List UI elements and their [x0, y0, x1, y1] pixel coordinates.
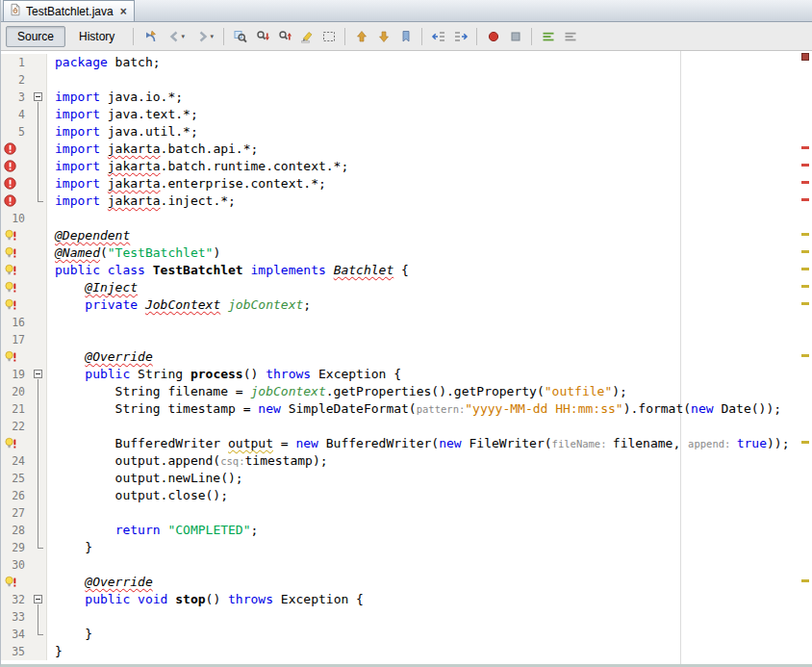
fold-collapse-icon[interactable] [34, 92, 42, 101]
code-content[interactable]: BufferedWriter output = new BufferedWrit… [47, 435, 812, 452]
code-line[interactable]: import jakarta.batch.runtime.context.*; [1, 158, 812, 175]
find-previous-occurrence-button[interactable] [273, 26, 295, 47]
fold-marker[interactable] [30, 89, 47, 106]
code-content[interactable]: @Override [47, 574, 812, 591]
code-line[interactable]: 22 [1, 418, 812, 435]
warning-stripe-mark[interactable] [801, 579, 809, 582]
code-line[interactable]: 17 [1, 331, 812, 348]
code-line[interactable]: 2 [1, 71, 812, 89]
shift-line-right-button[interactable] [449, 26, 471, 47]
warning-stripe-mark[interactable] [801, 233, 809, 236]
code-line[interactable]: import jakarta.inject.*; [1, 192, 812, 210]
error-stripe-mark[interactable] [801, 181, 809, 184]
code-content[interactable]: @Dependent [47, 227, 812, 244]
toggle-bookmark-button[interactable] [394, 26, 417, 47]
toggle-rectangular-selection-button[interactable] [317, 26, 340, 47]
code-line[interactable]: @Inject [1, 279, 812, 296]
error-stripe-mark[interactable] [801, 198, 809, 201]
code-line[interactable]: private JobContext jobContext; [1, 296, 812, 314]
code-line[interactable]: @Named("TestBatchlet") [1, 244, 812, 262]
code-line[interactable]: 25 output.newLine(); [1, 470, 812, 487]
code-line[interactable]: 21 String timestamp = new SimpleDateForm… [1, 400, 812, 418]
fold-marker[interactable] [30, 591, 47, 608]
code-content[interactable]: return "COMPLETED"; [47, 522, 812, 539]
code-line[interactable]: @Override [1, 348, 812, 366]
code-line[interactable]: 30 [1, 556, 812, 574]
find-selection-button[interactable] [229, 26, 251, 47]
code-content[interactable]: import jakarta.enterprise.context.*; [47, 175, 812, 192]
code-line[interactable]: 34 } [1, 626, 812, 643]
warning-stripe-mark[interactable] [801, 441, 809, 444]
code-content[interactable] [47, 556, 812, 574]
start-macro-recording-button[interactable] [482, 26, 504, 47]
code-content[interactable] [47, 608, 812, 626]
code-line[interactable]: 27 [1, 504, 812, 522]
code-content[interactable] [47, 71, 812, 89]
back-button[interactable]: ▾ [161, 26, 190, 47]
fold-collapse-icon[interactable] [34, 595, 42, 603]
tab-testbatchlet-java[interactable]: TestBatchlet.java × [3, 0, 135, 21]
code-content[interactable]: import jakarta.inject.*; [47, 192, 812, 210]
code-content[interactable]: package batch; [47, 54, 812, 71]
error-stripe[interactable] [799, 51, 812, 664]
code-line[interactable]: 29 } [1, 539, 812, 556]
source-view-button[interactable]: Source [6, 26, 65, 47]
history-view-button[interactable]: History [67, 26, 126, 47]
code-line[interactable]: 35} [1, 643, 812, 660]
code-content[interactable]: output.append(csq:timestamp); [47, 452, 812, 470]
tab-close-icon[interactable]: × [120, 5, 127, 18]
error-stripe-mark[interactable] [801, 146, 809, 149]
code-content[interactable]: String timestamp = new SimpleDateFormat(… [47, 400, 812, 418]
code-content[interactable]: public String process() throws Exception… [47, 366, 812, 383]
code-line[interactable]: BufferedWriter output = new BufferedWrit… [1, 435, 812, 452]
code-content[interactable]: import java.text.*; [47, 106, 812, 123]
code-line[interactable]: public class TestBatchlet implements Bat… [1, 262, 812, 279]
code-content[interactable] [47, 314, 812, 331]
warning-stripe-mark[interactable] [801, 285, 809, 288]
fold-marker[interactable] [30, 366, 47, 383]
code-editor[interactable]: 1package batch;23import java.io.*;4impor… [1, 51, 812, 664]
forward-button[interactable]: ▾ [190, 26, 218, 47]
code-line[interactable]: 24 output.append(csq:timestamp); [1, 452, 812, 470]
code-content[interactable] [47, 331, 812, 348]
toggle-highlight-search-button[interactable] [295, 26, 317, 47]
code-line[interactable]: 33 [1, 608, 812, 626]
code-content[interactable]: output.newLine(); [47, 470, 812, 487]
last-edit-position-button[interactable] [139, 26, 161, 47]
code-line[interactable]: 4import java.text.*; [1, 106, 812, 123]
code-content[interactable]: import jakarta.batch.api.*; [47, 141, 812, 158]
error-stripe-mark[interactable] [801, 164, 809, 167]
warning-stripe-mark[interactable] [801, 268, 809, 270]
error-stripe-indicator-icon[interactable] [801, 53, 809, 61]
code-content[interactable] [47, 418, 812, 435]
comment-button[interactable] [537, 26, 559, 47]
code-content[interactable]: public void stop() throws Exception { [47, 591, 812, 608]
code-line[interactable]: 3import java.io.*; [1, 89, 812, 106]
code-content[interactable] [47, 210, 812, 227]
code-line[interactable]: 32 public void stop() throws Exception { [1, 591, 812, 608]
code-content[interactable]: import jakarta.batch.runtime.context.*; [47, 158, 812, 175]
code-content[interactable]: import java.io.*; [47, 89, 812, 106]
code-line[interactable]: 16 [1, 314, 812, 331]
warning-stripe-mark[interactable] [801, 302, 809, 305]
code-content[interactable]: } [47, 643, 812, 660]
code-content[interactable]: String filename = jobContext.getProperti… [47, 383, 812, 400]
code-line[interactable]: 28 return "COMPLETED"; [1, 522, 812, 539]
shift-line-left-button[interactable] [427, 26, 449, 47]
code-line[interactable]: 20 String filename = jobContext.getPrope… [1, 383, 812, 400]
code-content[interactable]: @Override [47, 348, 812, 366]
code-line[interactable]: 1package batch; [1, 54, 812, 71]
code-line[interactable]: 26 output.close(); [1, 487, 812, 504]
code-content[interactable]: @Inject [47, 279, 812, 296]
code-content[interactable]: } [47, 626, 812, 643]
previous-bookmark-button[interactable] [350, 26, 372, 47]
code-content[interactable] [47, 504, 812, 522]
code-line[interactable]: import jakarta.batch.api.*; [1, 141, 812, 158]
code-content[interactable]: @Named("TestBatchlet") [47, 244, 812, 262]
next-bookmark-button[interactable] [372, 26, 394, 47]
code-line[interactable]: import jakarta.enterprise.context.*; [1, 175, 812, 192]
code-content[interactable]: private JobContext jobContext; [47, 296, 812, 314]
code-content[interactable]: import java.util.*; [47, 123, 812, 141]
uncomment-button[interactable] [559, 26, 581, 47]
code-content[interactable]: public class TestBatchlet implements Bat… [47, 262, 812, 279]
